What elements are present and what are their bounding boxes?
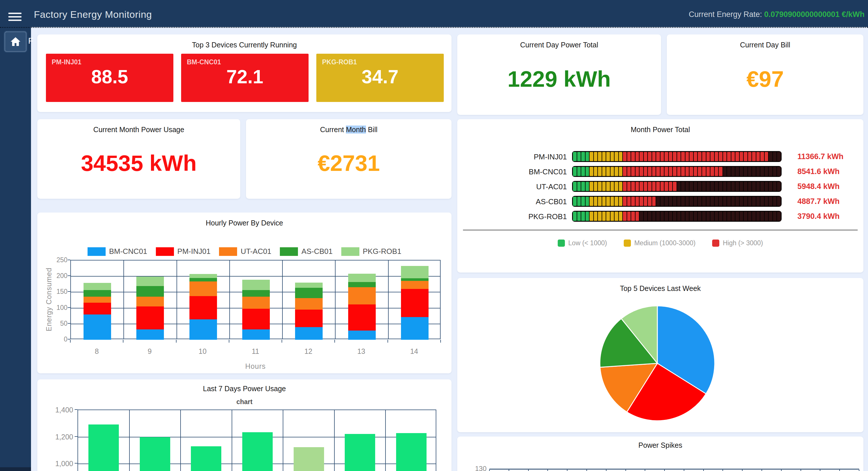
y-tick-label: 100: [39, 304, 67, 312]
bar-segment: [623, 167, 627, 176]
bar-segment: [602, 212, 606, 221]
card-title: Power Spikes: [457, 441, 863, 449]
card-top5-pie: Top 5 Devices Last Week: [457, 278, 863, 432]
y-axis-title: Energy Consumed: [45, 248, 53, 351]
gridline: [71, 276, 440, 276]
bar-segment: [648, 152, 652, 161]
bar-segment: [740, 182, 743, 191]
card-title: Current Month Bill: [246, 125, 452, 134]
bar-segment: [756, 197, 760, 206]
threshold-legend: Low (< 1000)Medium (1000-3000)High (> 30…: [457, 239, 863, 247]
bar-segment: [581, 212, 585, 221]
home-nav-button[interactable]: [4, 31, 27, 53]
stacked-bar-segment: [242, 309, 270, 329]
bar-segment: [715, 152, 718, 161]
bar-segment: [656, 167, 660, 176]
bar-segment: [706, 182, 710, 191]
top-bar: Factory Energy Monitoring Current Energy…: [0, 0, 868, 27]
bar-segment: [590, 152, 593, 161]
bar-segment: [719, 182, 722, 191]
bar-segment: [664, 212, 668, 221]
legend-item[interactable]: Medium (1000-3000): [624, 239, 696, 247]
axis-tick: [703, 470, 704, 471]
card-title: Current Month Power Usage: [37, 125, 240, 134]
axis-tick: [684, 470, 684, 471]
bar-segment: [689, 197, 693, 206]
bar-segment: [669, 197, 673, 206]
bar-segment: [740, 167, 743, 176]
legend-item[interactable]: High (> 3000): [712, 239, 763, 247]
bar-segment: [611, 152, 614, 161]
bar-segment: [636, 182, 639, 191]
bar-segment: [710, 152, 714, 161]
x-tick: [70, 340, 71, 343]
energy-rate-value: 0.0790900000000001: [764, 10, 840, 19]
y-tick: [68, 260, 70, 260]
bar-segment: [627, 212, 631, 221]
bar-segment: [623, 197, 627, 206]
bar-segment: [735, 212, 739, 221]
bar-segment: [732, 152, 735, 161]
bar-segment: [761, 182, 764, 191]
legend-item[interactable]: UT-AC01: [219, 247, 271, 256]
bar-segment: [748, 197, 752, 206]
bar-segment: [719, 212, 722, 221]
bar-segment: [773, 212, 777, 221]
gridline: [123, 261, 124, 338]
legend-swatch: [341, 247, 360, 256]
bar-segment: [769, 197, 772, 206]
gridline: [231, 410, 232, 471]
bar-segment: [777, 182, 781, 191]
bar-segment: [644, 212, 648, 221]
sidebar-bottom-strip: [0, 467, 31, 471]
bar-segment: [748, 167, 752, 176]
legend-item[interactable]: Low (< 1000): [558, 239, 607, 247]
gridline: [229, 261, 230, 338]
bar-segment: [627, 182, 631, 191]
bar-segment: [677, 197, 681, 206]
bar-segment: [611, 212, 614, 221]
stacked-bar-segment: [242, 280, 270, 290]
bar-segment: [765, 167, 768, 176]
bar-segment: [594, 152, 598, 161]
y-tick-label: 150: [39, 288, 67, 296]
plot-area: [78, 410, 436, 471]
bar-segment: [748, 152, 752, 161]
card-month-power-total: Month Power Total PM-INJ0111366.7 kWhBM-…: [457, 119, 863, 272]
bar-segment: [631, 152, 635, 161]
device-label: UT-AC01: [457, 182, 567, 191]
legend-item[interactable]: PKG-ROB1: [341, 247, 401, 256]
bar-segment: [765, 197, 768, 206]
bar-segment: [581, 152, 585, 161]
bar-segment: [656, 212, 660, 221]
bar: [140, 437, 170, 471]
bar-segment: [648, 167, 652, 176]
bar-segment: [606, 152, 610, 161]
legend-item[interactable]: PM-INJ01: [156, 247, 211, 256]
bar-segment: [611, 182, 614, 191]
y-tick-label: 1,200: [42, 433, 73, 441]
bar-segment: [602, 152, 606, 161]
y-tick: [68, 291, 70, 292]
bar-segment: [577, 182, 581, 191]
legend-item[interactable]: BM-CNC01: [88, 247, 147, 256]
bar-segment: [644, 167, 648, 176]
stacked-bar-segment: [84, 290, 111, 297]
bar-segment: [631, 212, 635, 221]
bar-segment: [598, 197, 601, 206]
bar-segment: [611, 197, 614, 206]
bar-segment: [636, 152, 639, 161]
legend-item[interactable]: AS-CB01: [280, 247, 332, 256]
bar-segment: [590, 212, 593, 221]
card-hourly-power: Hourly Power By Device BM-CNC01PM-INJ01U…: [37, 212, 452, 373]
bar-segment: [590, 167, 593, 176]
bar-segment: [765, 182, 768, 191]
bar-segment: [590, 197, 593, 206]
axis-tick: [508, 470, 509, 471]
bar-segment: [752, 197, 756, 206]
stacked-bar-segment: [136, 329, 164, 340]
bar-segment: [615, 197, 618, 206]
hamburger-menu-icon[interactable]: [8, 12, 22, 21]
bar-segment: [723, 212, 727, 221]
segmented-bar: [572, 196, 782, 207]
